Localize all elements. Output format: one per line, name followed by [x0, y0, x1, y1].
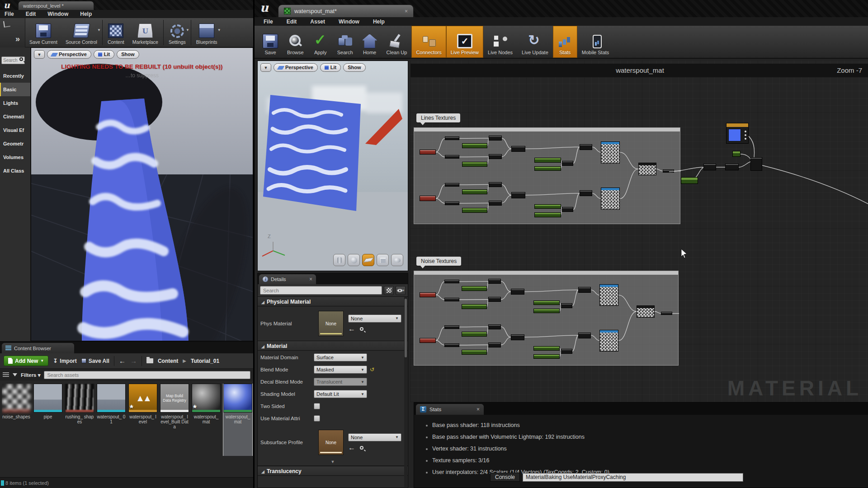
graph-node-red[interactable]	[420, 338, 436, 343]
graph-node-green[interactable]	[732, 151, 741, 157]
mode-item-visual-ef[interactable]: Visual Ef	[0, 123, 30, 137]
asset-tile-waterspout-mat[interactable]: waterspout_ mat	[223, 384, 252, 456]
teapot-shape-button[interactable]	[391, 254, 403, 266]
back-button[interactable]: ←	[119, 357, 126, 365]
menu-file[interactable]: File	[264, 19, 273, 25]
viewport-options-button[interactable]: ▼	[34, 50, 45, 59]
comment-box-lines-textures[interactable]	[414, 127, 680, 224]
toolbar-button-source-control[interactable]: ▼Source Control	[61, 18, 101, 47]
graph-node-dark[interactable]	[488, 297, 501, 302]
graph-node-dark[interactable]	[511, 289, 524, 295]
comment-box-noise-textures[interactable]	[414, 271, 679, 366]
graph-node-green[interactable]	[533, 300, 560, 305]
browse-to-icon[interactable]	[360, 446, 363, 450]
toolbar-button-stats[interactable]: Stats	[553, 26, 577, 58]
toolbar-button-browse[interactable]: Browse	[283, 26, 308, 58]
graph-node-dark[interactable]	[562, 207, 573, 212]
graph-node-dark[interactable]	[488, 324, 501, 329]
graph-node-dark[interactable]	[561, 349, 572, 354]
subsurface-thumbnail[interactable]: None	[318, 430, 344, 455]
graph-node-dark[interactable]	[488, 343, 501, 347]
graph-node-dark[interactable]	[661, 312, 672, 315]
toolbar-button-settings[interactable]: ▼Settings	[165, 18, 190, 47]
content-browser-tab[interactable]: Content Browser	[2, 343, 74, 353]
graph-node-dark[interactable]	[663, 169, 674, 173]
graph-node-green[interactable]	[462, 162, 487, 167]
console-input[interactable]	[523, 473, 743, 482]
graph-node-dark[interactable]	[445, 136, 459, 140]
graph-node-dark[interactable]	[489, 154, 501, 159]
graph-node-green[interactable]	[533, 309, 560, 313]
graph-node-red[interactable]	[420, 292, 436, 297]
graph-node-dark[interactable]	[561, 303, 572, 308]
menu-edit[interactable]: Edit	[287, 19, 297, 25]
toolbar-button-clean-up[interactable]: Clean Up	[382, 26, 412, 58]
graph-node-vec[interactable]	[726, 123, 749, 144]
mode-item-basic[interactable]: Basic	[0, 83, 30, 96]
perspective-button[interactable]: Perspective	[47, 50, 91, 59]
graph-node-tex2[interactable]	[638, 163, 656, 175]
cylinder-shape-button[interactable]	[333, 254, 345, 266]
comment-label-noise-textures[interactable]: Noise Textures	[416, 257, 461, 266]
graph-node-green[interactable]	[462, 143, 487, 148]
graph-node-red[interactable]	[420, 150, 436, 155]
expand-chevron-icon[interactable]: »	[15, 34, 20, 44]
property-matrix-button[interactable]	[384, 286, 394, 295]
graph-node-dark[interactable]	[489, 136, 501, 141]
reset-to-default-icon[interactable]: ↺	[370, 366, 374, 373]
stats-tab[interactable]: Σ Stats ×	[416, 404, 484, 415]
forward-button[interactable]: →	[130, 357, 137, 365]
import-button[interactable]: ↧Import	[53, 358, 76, 364]
translucency-header[interactable]: ◢Translucency	[258, 466, 408, 476]
menu-file[interactable]: File	[5, 11, 14, 17]
cube-shape-button[interactable]	[377, 254, 389, 266]
graph-node-dark[interactable]	[725, 164, 739, 170]
toolbar-button-content[interactable]: Content	[104, 18, 128, 47]
physical-material-header[interactable]: ◢Physical Material	[258, 296, 408, 306]
graph-pane[interactable]: MATERIAL waterspout_mat Zoom -7 Lines Te…	[410, 61, 868, 402]
graph-node-green[interactable]	[462, 332, 487, 337]
use-selected-icon[interactable]: ←	[348, 444, 355, 452]
checkbox-use-material-attri[interactable]	[314, 415, 320, 422]
material-section-header[interactable]: ◢Material	[258, 341, 408, 351]
graph-node-tex[interactable]	[599, 284, 618, 306]
material-preview-viewport[interactable]: Z ▼ Perspective Lit Show	[257, 61, 408, 271]
view-options-button[interactable]: ▾	[396, 286, 406, 295]
graph-node-green[interactable]	[533, 346, 560, 351]
level-tab[interactable]: waterspout_level *	[18, 1, 94, 10]
graph-node-dark[interactable]	[444, 280, 459, 283]
graph-node-tex[interactable]	[599, 330, 618, 352]
asset-tile-waterspout-01[interactable]: waterspout_ 01	[97, 384, 126, 456]
graph-node-red[interactable]	[420, 196, 436, 201]
graph-node-tex[interactable]	[601, 141, 620, 164]
breadcrumb-folder[interactable]: Tutorial_01	[191, 358, 219, 364]
toolbar-button-save-current[interactable]: Save Current	[25, 18, 61, 47]
filters-button[interactable]: Filters ▾	[21, 372, 40, 378]
asset-tile-waterspout-level-built-data[interactable]: Map Build Data Registrywaterspout_ level…	[160, 384, 189, 456]
asset-tile-waterspout-mat[interactable]: *waterspout_ mat	[192, 384, 221, 456]
graph-node-dark[interactable]	[488, 279, 501, 284]
graph-node-dark[interactable]	[703, 164, 716, 170]
dropdown-shading-model[interactable]: Default Lit▼	[314, 390, 367, 398]
toolbar-button-live-update[interactable]: Live Update	[517, 26, 553, 58]
lit-button[interactable]: Lit	[320, 63, 341, 72]
graph-node-dark[interactable]	[580, 190, 592, 196]
breadcrumb-content[interactable]: Content	[158, 358, 178, 364]
toolbar-button-apply[interactable]: Apply	[308, 26, 333, 58]
lit-button[interactable]: Lit	[94, 50, 114, 59]
toolbar-button-live-preview[interactable]: Live Preview	[446, 26, 483, 58]
comment-label-lines-textures[interactable]: Lines Textures	[416, 113, 460, 122]
sphere-shape-button[interactable]	[348, 254, 360, 266]
toolbar-button-home[interactable]: Home	[358, 26, 382, 58]
graph-node-dark[interactable]	[580, 144, 592, 150]
graph-node-dark[interactable]	[750, 157, 762, 171]
add-new-button[interactable]: Add New ▼	[4, 356, 48, 366]
browse-to-icon[interactable]	[360, 327, 363, 331]
graph-node-dark[interactable]	[578, 333, 591, 338]
mode-item-recently[interactable]: Recently	[0, 69, 30, 83]
details-scrollbar[interactable]	[404, 297, 407, 487]
asset-search-input[interactable]	[44, 371, 250, 379]
save-all-button[interactable]: Save All	[81, 358, 109, 364]
viewport-options-button[interactable]: ▼	[260, 63, 271, 72]
graph-node-green[interactable]	[462, 286, 487, 291]
